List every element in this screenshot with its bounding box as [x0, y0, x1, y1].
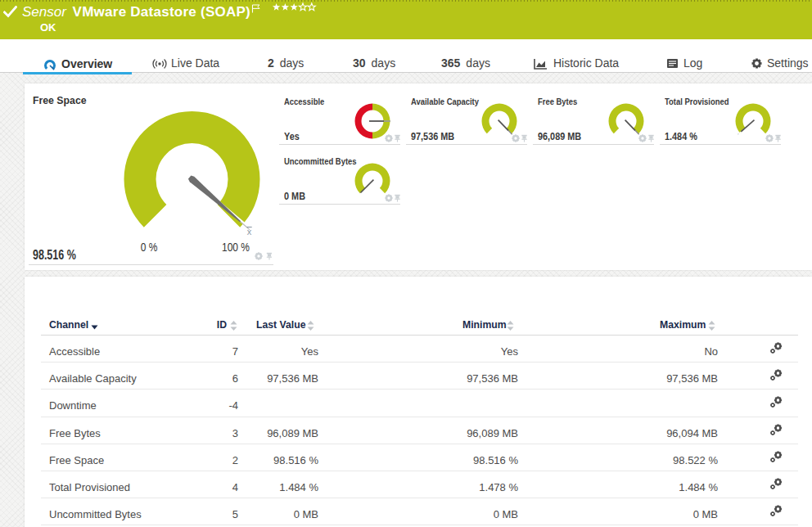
svg-text:x: x — [247, 227, 252, 236]
